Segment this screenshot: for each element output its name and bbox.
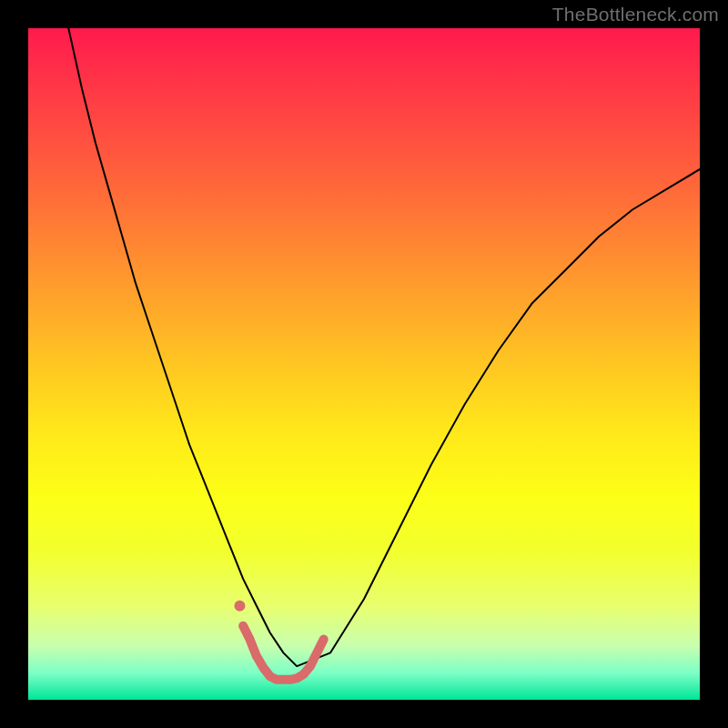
plot-area (28, 28, 700, 700)
chart-svg (28, 28, 700, 700)
chart-frame: TheBottleneck.com (0, 0, 728, 728)
highlight-dot (234, 601, 245, 612)
bottleneck-curve (68, 28, 700, 666)
svg-point-0 (234, 601, 245, 612)
watermark-text: TheBottleneck.com (552, 4, 719, 25)
